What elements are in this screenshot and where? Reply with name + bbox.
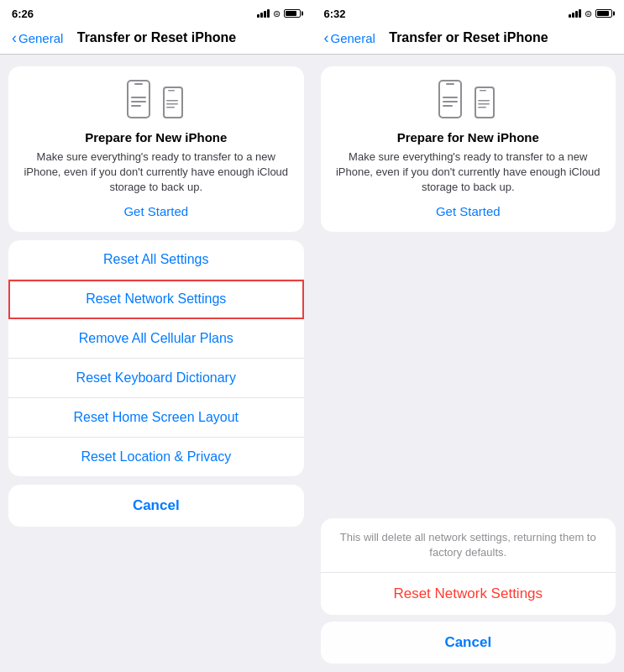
nav-bar-right: ‹ General Transfer or Reset iPhone xyxy=(312,24,625,55)
page-title-right: Transfer or Reset iPhone xyxy=(325,30,612,45)
prepare-title-right: Prepare for New iPhone xyxy=(397,130,539,144)
svg-rect-1 xyxy=(134,83,143,85)
right-panel: 6:32 ⊜ ‹ General Transfer or Reset iPhon… xyxy=(312,0,625,672)
svg-rect-9 xyxy=(166,107,175,108)
action-sheet-overlay: This will delete all network settings, r… xyxy=(312,518,625,672)
battery-icon-right xyxy=(595,9,612,18)
time-right: 6:32 xyxy=(324,8,346,20)
status-bar-left: 6:26 ⊜ xyxy=(0,0,312,24)
reset-keyboard-dictionary[interactable]: Reset Keyboard Dictionary xyxy=(8,359,304,398)
svg-rect-7 xyxy=(166,100,178,102)
get-started-link-left[interactable]: Get Started xyxy=(123,204,188,218)
prepare-title-left: Prepare for New iPhone xyxy=(85,130,227,144)
action-sheet-message: This will delete all network settings, r… xyxy=(321,518,616,572)
phone-icon-small-right xyxy=(473,87,500,122)
svg-rect-13 xyxy=(443,101,458,102)
svg-rect-12 xyxy=(443,97,458,98)
svg-rect-0 xyxy=(128,81,149,118)
svg-rect-14 xyxy=(443,105,453,107)
status-icons-right: ⊜ xyxy=(569,8,612,19)
svg-rect-3 xyxy=(131,101,146,102)
signal-icon-right xyxy=(569,9,581,18)
prepare-desc-left: Make sure everything's ready to transfer… xyxy=(22,150,291,196)
remove-cellular-plans[interactable]: Remove All Cellular Plans xyxy=(8,319,304,359)
phone-icon-group-left xyxy=(124,80,188,122)
time-left: 6:26 xyxy=(12,8,34,20)
svg-rect-11 xyxy=(446,83,454,85)
reset-home-screen-layout[interactable]: Reset Home Screen Layout xyxy=(8,398,304,438)
svg-rect-6 xyxy=(168,90,175,92)
svg-rect-18 xyxy=(478,103,490,105)
svg-rect-2 xyxy=(131,97,146,98)
phone-icon-right xyxy=(436,80,469,122)
reset-network-action[interactable]: Reset Network Settings xyxy=(321,573,616,615)
signal-icon xyxy=(257,9,270,18)
cancel-button-right[interactable]: Cancel xyxy=(321,622,616,664)
battery-icon xyxy=(284,9,301,18)
action-sheet-card: This will delete all network settings, r… xyxy=(321,518,616,615)
prepare-card-right: Prepare for New iPhone Make sure everyth… xyxy=(321,66,616,232)
nav-bar-left: ‹ General Transfer or Reset iPhone xyxy=(0,24,312,55)
svg-rect-19 xyxy=(478,107,486,108)
reset-list-left: Reset All Settings Reset Network Setting… xyxy=(8,240,304,476)
reset-all-settings[interactable]: Reset All Settings xyxy=(8,240,304,280)
phone-icon-group-right xyxy=(436,80,500,122)
reset-network-settings[interactable]: Reset Network Settings xyxy=(8,280,304,319)
svg-rect-15 xyxy=(475,87,494,118)
prepare-desc-right: Make sure everything's ready to transfer… xyxy=(334,150,603,196)
get-started-link-right[interactable]: Get Started xyxy=(436,204,501,218)
status-icons-left: ⊜ xyxy=(257,8,301,19)
left-panel: 6:26 ⊜ ‹ General Transfer or Reset iPhon… xyxy=(0,0,312,672)
svg-rect-16 xyxy=(480,90,486,92)
svg-rect-17 xyxy=(478,100,490,102)
prepare-card-left: Prepare for New iPhone Make sure everyth… xyxy=(8,66,304,232)
page-title-left: Transfer or Reset iPhone xyxy=(13,30,300,45)
phone-icon-left xyxy=(124,80,158,122)
status-bar-right: 6:32 ⊜ xyxy=(312,0,625,24)
svg-rect-8 xyxy=(166,103,178,105)
wifi-icon-right: ⊜ xyxy=(585,8,592,19)
svg-rect-10 xyxy=(439,81,461,118)
phone-icon-small-left xyxy=(161,87,188,122)
wifi-icon: ⊜ xyxy=(273,8,281,19)
cancel-button-left[interactable]: Cancel xyxy=(8,485,304,527)
svg-rect-4 xyxy=(131,105,141,107)
reset-location-privacy[interactable]: Reset Location & Privacy xyxy=(8,438,304,476)
svg-rect-5 xyxy=(164,87,182,118)
